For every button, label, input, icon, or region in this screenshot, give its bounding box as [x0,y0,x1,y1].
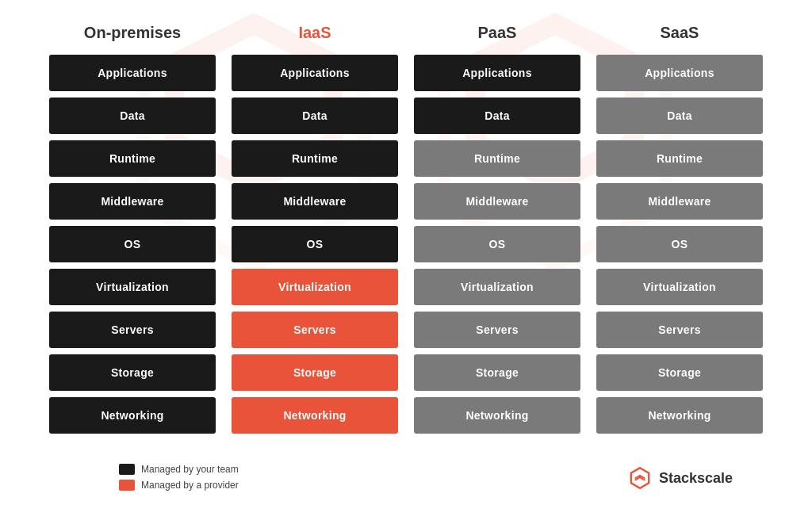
legend: Managed by your teamManaged by a provide… [119,464,239,491]
brand: Stackscale [627,465,733,491]
column-header-iaas: IaaS [298,24,331,42]
row-block-iaas-7: Storage [232,354,398,391]
row-block-paas-7: Storage [414,354,580,391]
row-block-iaas-1: Data [232,98,398,134]
column-saas: SaaSApplicationsDataRuntimeMiddlewareOSV… [596,24,763,440]
legend-item-1: Managed by a provider [119,480,239,491]
row-block-iaas-4: OS [232,226,398,262]
row-block-saas-7: Storage [596,354,763,391]
column-header-paas: PaaS [478,24,517,42]
row-block-iaas-0: Applications [232,55,398,91]
footer: Managed by your teamManaged by a provide… [40,448,772,491]
row-block-paas-2: Runtime [414,140,580,177]
row-block-iaas-6: Servers [232,312,398,348]
row-block-paas-0: Applications [414,55,580,91]
row-block-iaas-8: Networking [232,397,398,434]
row-block-saas-2: Runtime [596,140,763,177]
row-block-on-premises-2: Runtime [49,140,216,177]
legend-item-0: Managed by your team [119,464,239,475]
stackscale-logo-icon [627,465,653,491]
row-block-saas-8: Networking [596,397,763,434]
legend-label-0: Managed by your team [141,464,239,475]
row-block-on-premises-1: Data [49,98,216,134]
row-block-iaas-2: Runtime [232,140,398,177]
row-block-paas-5: Virtualization [414,269,580,305]
row-block-paas-8: Networking [414,397,580,434]
legend-color-1 [119,480,135,491]
main-content: On-premisesApplicationsDataRuntimeMiddle… [0,0,812,514]
comparison-columns: On-premisesApplicationsDataRuntimeMiddle… [40,24,772,440]
legend-color-0 [119,464,135,475]
row-block-iaas-3: Middleware [232,183,398,220]
row-block-iaas-5: Virtualization [232,269,398,305]
column-on-premises: On-premisesApplicationsDataRuntimeMiddle… [49,24,216,440]
row-block-saas-0: Applications [596,55,763,91]
row-block-on-premises-5: Virtualization [49,269,216,305]
row-block-on-premises-4: OS [49,226,216,262]
row-block-paas-3: Middleware [414,183,580,220]
brand-name: Stackscale [659,470,733,487]
row-block-saas-6: Servers [596,312,763,348]
row-block-on-premises-3: Middleware [49,183,216,220]
row-block-on-premises-0: Applications [49,55,216,91]
row-block-on-premises-6: Servers [49,312,216,348]
row-block-paas-6: Servers [414,312,580,348]
column-paas: PaaSApplicationsDataRuntimeMiddlewareOSV… [414,24,580,440]
row-block-saas-5: Virtualization [596,269,763,305]
row-block-on-premises-8: Networking [49,397,216,434]
row-block-saas-3: Middleware [596,183,763,220]
column-header-on-premises: On-premises [84,24,181,42]
column-header-saas: SaaS [661,24,699,42]
row-block-on-premises-7: Storage [49,354,216,391]
row-block-saas-4: OS [596,226,763,262]
legend-label-1: Managed by a provider [141,480,239,491]
row-block-paas-4: OS [414,226,580,262]
column-iaas: IaaSApplicationsDataRuntimeMiddlewareOSV… [232,24,398,440]
row-block-paas-1: Data [414,98,580,134]
row-block-saas-1: Data [596,98,763,134]
